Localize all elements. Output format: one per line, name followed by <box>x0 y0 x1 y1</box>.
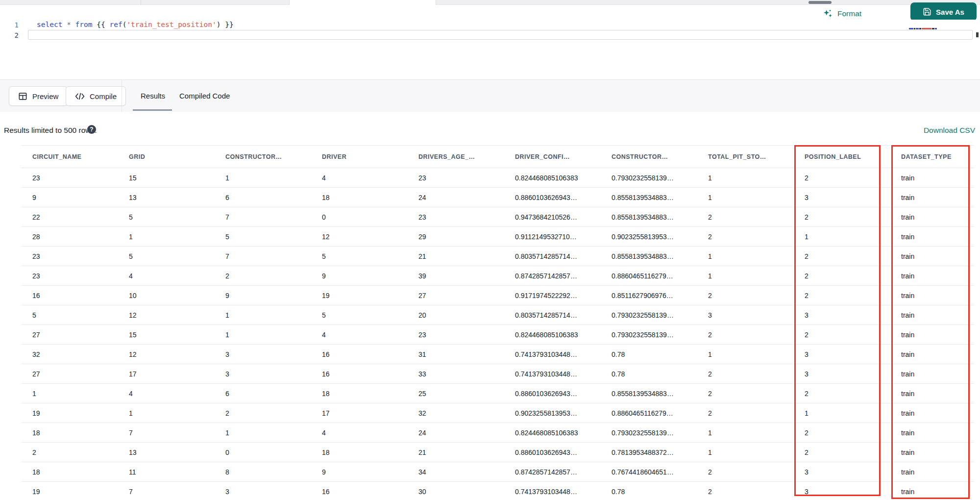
sql-editor[interactable]: 1 2 select * from {{ ref('train_test_pos… <box>0 20 980 79</box>
table-cell: 6 <box>214 384 311 403</box>
table-cell: 18 <box>311 188 407 207</box>
table-cell: train <box>890 345 974 364</box>
active-line-highlight <box>28 30 973 40</box>
table-cell: 1 <box>793 403 890 423</box>
help-icon[interactable]: ? <box>87 125 96 134</box>
table-cell: 23 <box>21 266 118 286</box>
code-line[interactable]: select * from {{ ref('train_test_positio… <box>37 21 234 28</box>
table-cell: train <box>890 482 974 500</box>
table-cell: 32 <box>21 345 118 364</box>
table-cell: 2 <box>793 168 890 188</box>
table-cell: 7 <box>118 482 214 500</box>
table-cell: 0.8035714285714… <box>504 247 600 266</box>
download-csv-link[interactable]: Download CSV <box>924 126 975 135</box>
table-cell: 22 <box>21 207 118 227</box>
table-cell: 0.8558139534883… <box>600 384 697 403</box>
table-cell: 15 <box>118 168 214 188</box>
column-header: DRIVERS_AGE_… <box>407 146 504 168</box>
table-cell: 24 <box>407 423 504 443</box>
code-token: {{ <box>93 21 110 28</box>
table-cell: 13 <box>118 443 214 462</box>
table-cell: 21 <box>407 247 504 266</box>
table-cell: 17 <box>311 403 407 423</box>
table-cell: 2 <box>793 384 890 403</box>
tab-compiled-code[interactable]: Compiled Code <box>179 80 230 111</box>
table-row: 191217320.9023255813953…0.8860465116279…… <box>21 403 974 423</box>
table-cell: 9 <box>311 462 407 482</box>
table-cell: train <box>890 403 974 423</box>
table-cell: 11 <box>118 462 214 482</box>
line-number-1: 1 <box>9 21 19 29</box>
table-cell: 0.9023255813953… <box>504 403 600 423</box>
tab-results[interactable]: Results <box>141 80 165 111</box>
table-cell: 2 <box>697 286 793 305</box>
table-cell: 0.8558139534883… <box>600 207 697 227</box>
code-token: }} <box>220 21 233 28</box>
compile-label: Compile <box>90 92 117 100</box>
table-cell: 7 <box>118 423 214 443</box>
table-cell: 0.78 <box>600 345 697 364</box>
table-cell: 2 <box>697 462 793 482</box>
editor-scrollbar[interactable] <box>976 32 979 37</box>
table-cell: 34 <box>407 462 504 482</box>
column-header: CIRCUIT_NAME <box>21 146 118 168</box>
table-cell: 21 <box>407 443 504 462</box>
table-cell: 0.8860465116279… <box>600 403 697 423</box>
active-file-tab[interactable] <box>289 0 436 5</box>
table-cell: train <box>890 188 974 207</box>
code-token: ref <box>109 21 122 28</box>
table-cell: 2 <box>697 482 793 500</box>
table-cell: 4 <box>118 384 214 403</box>
table-cell: 1 <box>697 247 793 266</box>
table-cell: 23 <box>407 207 504 227</box>
table-cell: 15 <box>118 325 214 345</box>
table-row: 18714240.8244680851063830.7930232558139…… <box>21 423 974 443</box>
table-cell: 2 <box>793 443 890 462</box>
results-limit-note: Results limited to 500 rows. <box>4 126 97 135</box>
table-cell: 0.7413793103448… <box>504 345 600 364</box>
compile-button[interactable]: Compile <box>66 86 126 106</box>
table-cell: 0.8035714285714… <box>504 305 600 325</box>
save-as-button[interactable]: Save As <box>910 2 977 21</box>
code-token <box>71 21 75 28</box>
table-row: 3212316310.7413793103448…0.7813train <box>21 345 974 364</box>
table-cell: 4 <box>311 325 407 345</box>
table-cell: 25 <box>407 384 504 403</box>
table-cell: 27 <box>21 325 118 345</box>
preview-label: Preview <box>32 92 58 100</box>
table-cell: 3 <box>793 364 890 384</box>
table-cell: 2 <box>697 384 793 403</box>
table-cell: 7 <box>214 247 311 266</box>
table-cell: 2 <box>793 325 890 345</box>
table-cell: 5 <box>118 207 214 227</box>
table-cell: 19 <box>311 286 407 305</box>
table-cell: 0.8742857142857… <box>504 462 600 482</box>
tab-strip-scroll-thumb[interactable] <box>808 1 832 4</box>
table-cell: 1 <box>118 227 214 247</box>
table-cell: 0.78 <box>600 482 697 500</box>
table-cell: 3 <box>214 364 311 384</box>
table-cell: 2 <box>793 247 890 266</box>
table-cell: 0.7674418604651… <box>600 462 697 482</box>
table-cell: 4 <box>311 168 407 188</box>
table-cell: 0.824468085106383 <box>504 168 600 188</box>
table-cell: 0.7930232558139… <box>600 168 697 188</box>
table-cell: 0.78 <box>600 364 697 384</box>
table-cell: 2 <box>697 364 793 384</box>
table-cell: 2 <box>793 286 890 305</box>
table-cell: 24 <box>407 188 504 207</box>
table-cell: 2 <box>697 325 793 345</box>
table-cell: 19 <box>21 482 118 500</box>
table-cell: 3 <box>793 188 890 207</box>
table-cell: 39 <box>407 266 504 286</box>
table-row: 197316300.7413793103448…0.7823train <box>21 482 974 500</box>
table-cell: 1 <box>697 443 793 462</box>
code-token <box>62 21 67 28</box>
preview-button[interactable]: Preview <box>9 86 68 106</box>
table-row: 1610919270.9171974522292…0.8511627906976… <box>21 286 974 305</box>
column-header: POSITION_LABEL <box>793 146 890 168</box>
table-cell: train <box>890 168 974 188</box>
table-cell: 23 <box>407 325 504 345</box>
code-token: select <box>37 21 62 28</box>
table-cell: 28 <box>21 227 118 247</box>
